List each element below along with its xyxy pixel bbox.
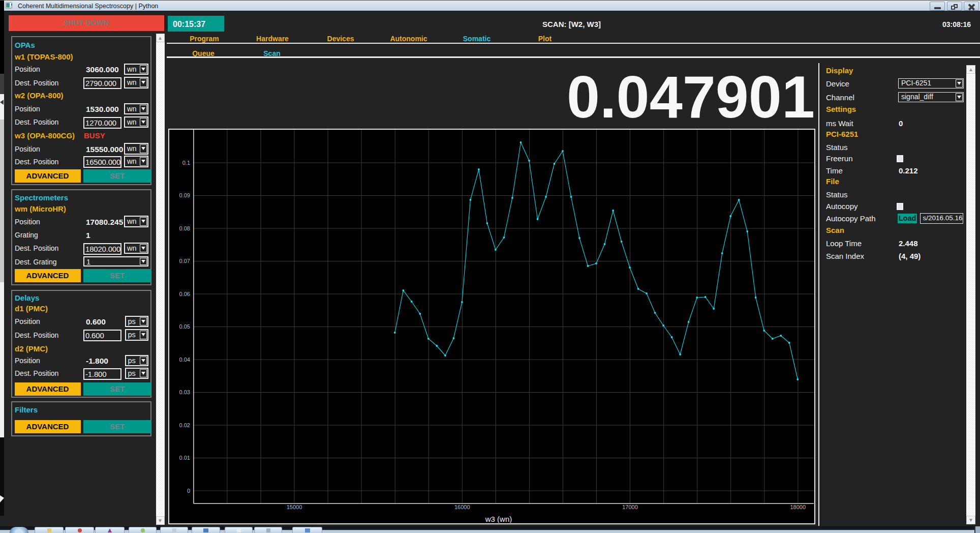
svg-text:0.08: 0.08 xyxy=(179,225,190,231)
svg-text:0: 0 xyxy=(187,488,190,494)
svg-text:15000: 15000 xyxy=(287,504,302,510)
svg-text:0.06: 0.06 xyxy=(179,291,190,297)
svg-text:0.02: 0.02 xyxy=(179,422,190,428)
svg-text:18000: 18000 xyxy=(790,504,806,510)
svg-text:0.09: 0.09 xyxy=(179,192,190,198)
svg-text:0.1: 0.1 xyxy=(182,160,190,166)
svg-text:17000: 17000 xyxy=(622,504,638,510)
svg-text:0.04: 0.04 xyxy=(179,357,190,363)
svg-text:0.07: 0.07 xyxy=(179,258,190,264)
svg-text:0.05: 0.05 xyxy=(179,323,190,330)
svg-text:16000: 16000 xyxy=(454,504,470,510)
svg-text:0.03: 0.03 xyxy=(179,389,190,395)
svg-text:w3 (wn): w3 (wn) xyxy=(485,515,512,523)
svg-text:0.01: 0.01 xyxy=(179,455,190,461)
